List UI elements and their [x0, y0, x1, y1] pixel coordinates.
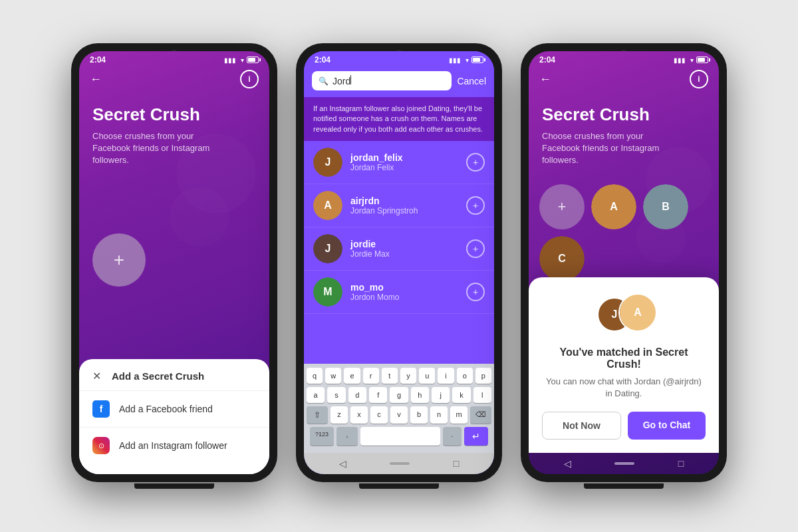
- avatar-placeholder-4: M: [313, 277, 342, 307]
- phone1-wrapper: 2:04 ▮▮▮ ▾ ← i: [71, 43, 277, 489]
- back-arrow-3[interactable]: ←: [539, 72, 551, 86]
- add-result-btn-1[interactable]: +: [466, 153, 485, 172]
- battery-icon-3: [696, 57, 708, 63]
- key-a[interactable]: a: [307, 387, 325, 403]
- blur-circle-2: [170, 187, 229, 247]
- key-b[interactable]: b: [410, 406, 428, 424]
- wifi-icon-1: ▾: [241, 57, 244, 64]
- search-bar-container: 🔍 Jord Cancel: [304, 67, 494, 97]
- status-bar-2: 2:04 ▮▮▮ ▾: [304, 51, 494, 67]
- key-f[interactable]: f: [369, 387, 387, 403]
- back-arrow-1[interactable]: ←: [90, 72, 102, 86]
- wifi-icon-3: ▾: [690, 57, 694, 64]
- add-facebook-item[interactable]: f Add a Facebook friend: [79, 391, 269, 428]
- result-info-1: jordan_felix Jordan Felix: [350, 152, 458, 172]
- not-now-button[interactable]: Not Now: [542, 412, 621, 440]
- home-nav-2[interactable]: [390, 462, 410, 465]
- phone2: 2:04 ▮▮▮ ▾ 🔍: [296, 43, 502, 482]
- screen3: 2:04 ▮▮▮ ▾ ← i: [529, 51, 719, 474]
- back-nav-3[interactable]: ◁: [564, 458, 571, 469]
- add-instagram-item[interactable]: ⊙ Add an Instagram follower: [79, 428, 269, 464]
- result-item-2[interactable]: A airjrdn Jordan Springstroh +: [304, 184, 494, 227]
- key-t[interactable]: t: [382, 368, 398, 384]
- crush-av-2: B: [643, 184, 688, 229]
- key-o[interactable]: o: [457, 368, 473, 384]
- go-to-chat-button[interactable]: Go to Chat: [628, 412, 706, 440]
- key-r[interactable]: r: [363, 368, 379, 384]
- search-results: J jordan_felix Jordan Felix + A: [304, 141, 494, 364]
- info-button-3[interactable]: i: [690, 70, 708, 88]
- nav-bar-3: ← i: [529, 67, 719, 94]
- key-u[interactable]: u: [419, 368, 435, 384]
- nav-bar-1: ← i: [79, 67, 269, 94]
- result-username-4: mo_mo: [350, 282, 458, 293]
- result-item-4[interactable]: M mo_mo Jordon Momo +: [304, 271, 494, 314]
- key-g[interactable]: g: [390, 387, 408, 403]
- back-nav-2[interactable]: ◁: [339, 458, 346, 469]
- phones-container: 2:04 ▮▮▮ ▾ ← i: [58, 30, 740, 502]
- num-key[interactable]: ?123: [310, 427, 334, 446]
- key-h[interactable]: h: [411, 387, 429, 403]
- crush-av-1: A: [591, 184, 636, 229]
- key-k[interactable]: k: [452, 387, 470, 403]
- result-avatar-1: J: [313, 148, 342, 177]
- key-q[interactable]: q: [307, 368, 323, 384]
- cancel-button[interactable]: Cancel: [457, 76, 486, 86]
- key-w[interactable]: w: [325, 368, 341, 384]
- add-result-btn-4[interactable]: +: [466, 283, 485, 301]
- key-z[interactable]: z: [331, 406, 348, 424]
- key-c[interactable]: c: [370, 406, 388, 424]
- add-result-btn-3[interactable]: +: [466, 239, 485, 258]
- comma-key[interactable]: ,: [336, 427, 358, 446]
- search-notice: If an Instagram follower also joined Dat…: [304, 97, 494, 141]
- period-key[interactable]: .: [443, 427, 462, 446]
- android-nav-2: ◁ □: [304, 453, 494, 474]
- result-username-1: jordan_felix: [350, 152, 458, 163]
- crush-title-area: Secret Crush Choose crushes from your Fa…: [529, 94, 719, 178]
- result-username-3: jordie: [350, 239, 458, 249]
- phone2-wrapper: 2:04 ▮▮▮ ▾ 🔍: [296, 43, 502, 489]
- backspace-key[interactable]: ⌫: [470, 406, 491, 424]
- recents-nav-3[interactable]: □: [678, 458, 684, 469]
- key-p[interactable]: p: [475, 368, 491, 384]
- result-item-3[interactable]: J jordie Jordie Max +: [304, 227, 494, 271]
- facebook-label: Add a Facebook friend: [119, 404, 213, 414]
- match-buttons: Not Now Go to Chat: [542, 412, 706, 440]
- key-m[interactable]: m: [450, 406, 467, 424]
- add-crush-button-1[interactable]: +: [92, 233, 146, 287]
- search-input-wrapper[interactable]: 🔍 Jord: [312, 71, 452, 90]
- key-e[interactable]: e: [344, 368, 360, 384]
- phone3-screen: 2:04 ▮▮▮ ▾ ← i: [529, 51, 719, 474]
- key-l[interactable]: l: [473, 387, 491, 403]
- result-item-1[interactable]: J jordan_felix Jordan Felix +: [304, 141, 494, 184]
- space-key[interactable]: [360, 427, 440, 446]
- match-avatars: J A: [542, 293, 706, 336]
- key-d[interactable]: d: [348, 387, 366, 403]
- key-j[interactable]: j: [432, 387, 450, 403]
- add-result-btn-2[interactable]: +: [466, 196, 485, 215]
- shift-key[interactable]: ⇧: [307, 406, 328, 424]
- keyboard-row-1: q w e r t y u i o p: [307, 368, 491, 384]
- key-y[interactable]: y: [400, 368, 416, 384]
- key-n[interactable]: n: [430, 406, 448, 424]
- status-time-3: 2:04: [539, 55, 555, 65]
- search-input[interactable]: Jord: [332, 75, 445, 86]
- close-button[interactable]: ✕: [92, 370, 101, 382]
- enter-key[interactable]: ↵: [464, 427, 488, 446]
- key-x[interactable]: x: [350, 406, 368, 424]
- recents-nav-2[interactable]: □: [454, 458, 459, 469]
- android-nav-3: ◁ □: [529, 453, 719, 474]
- home-nav-3[interactable]: [614, 462, 634, 465]
- result-info-3: jordie Jordie Max: [350, 239, 458, 259]
- key-s[interactable]: s: [327, 387, 345, 403]
- add-crush-btn-3[interactable]: +: [539, 184, 585, 229]
- bottom-sheet: ✕ Add a Secret Crush f Add a Facebook fr…: [79, 359, 269, 474]
- key-i[interactable]: i: [438, 368, 454, 384]
- screen1: 2:04 ▮▮▮ ▾ ← i: [79, 51, 269, 474]
- result-avatar-2: A: [313, 191, 342, 220]
- search-text-value: Jord: [332, 76, 350, 86]
- screen2: 2:04 ▮▮▮ ▾ 🔍: [304, 51, 494, 474]
- key-v[interactable]: v: [390, 406, 408, 424]
- phone1-stand: [134, 483, 214, 489]
- info-button-1[interactable]: i: [240, 70, 259, 88]
